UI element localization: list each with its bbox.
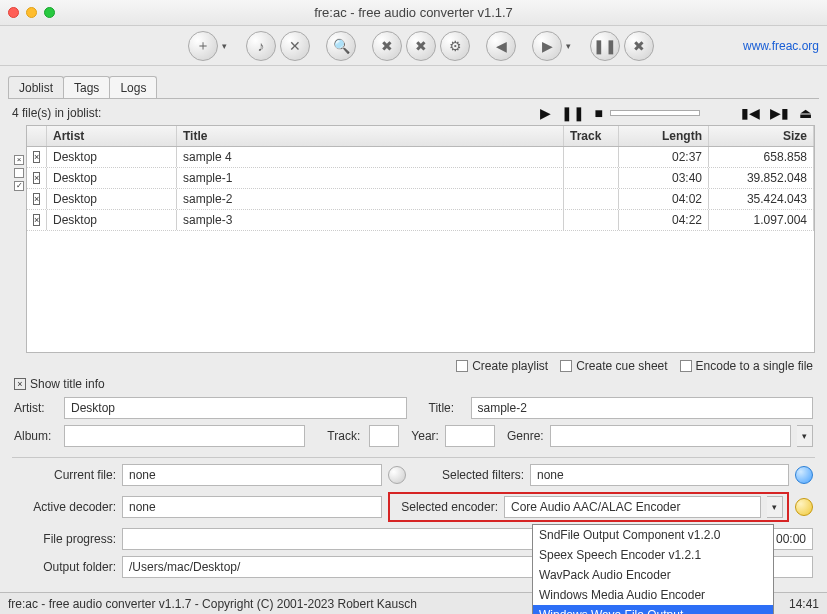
- settings-icon[interactable]: ⚙: [440, 31, 470, 61]
- player-seek-slider[interactable]: [610, 110, 700, 116]
- player-prev-icon[interactable]: ▮◀: [738, 105, 763, 121]
- statusbar-clock: 14:41: [777, 597, 819, 611]
- selected-filters-field: [530, 464, 789, 486]
- col-title[interactable]: Title: [177, 126, 564, 146]
- cell-length: 04:02: [619, 189, 709, 209]
- create-playlist-checkbox[interactable]: [456, 360, 468, 372]
- window-title: fre:ac - free audio converter v1.1.7: [0, 5, 827, 20]
- table-row[interactable]: ×Desktopsample-103:4039.852.048: [27, 168, 814, 189]
- encode-single-label: Encode to a single file: [696, 359, 813, 373]
- tab-tags[interactable]: Tags: [63, 76, 110, 98]
- show-title-info-toggle[interactable]: ×: [14, 378, 26, 390]
- selected-encoder-field[interactable]: [504, 496, 761, 518]
- table-row[interactable]: ×Desktopsample-204:0235.424.043: [27, 189, 814, 210]
- cell-track: [564, 168, 619, 188]
- show-title-info-label: Show title info: [30, 377, 105, 391]
- year-label: Year:: [411, 429, 439, 443]
- encoder-settings-icon[interactable]: [795, 498, 813, 516]
- table-row[interactable]: ×Desktopsample-304:221.097.004: [27, 210, 814, 231]
- cell-title: sample-3: [177, 210, 564, 230]
- create-cue-label: Create cue sheet: [576, 359, 667, 373]
- col-length[interactable]: Length: [619, 126, 709, 146]
- cddb-lookup-icon[interactable]: 🔍: [326, 31, 356, 61]
- artist-field[interactable]: [64, 397, 407, 419]
- artist-label: Artist:: [14, 401, 58, 415]
- create-playlist-label: Create playlist: [472, 359, 548, 373]
- row-checkbox[interactable]: ×: [33, 214, 40, 226]
- col-track[interactable]: Track: [564, 126, 619, 146]
- cell-length: 03:40: [619, 168, 709, 188]
- toolbar: ＋▾ ♪ ✕ 🔍 ✖ ✖ ⚙ ◀ ▶▾ ❚❚ ✖ www.freac.org: [0, 26, 827, 66]
- player-stop-icon[interactable]: ■: [592, 105, 606, 121]
- back-icon[interactable]: ◀: [486, 31, 516, 61]
- joblist-check-row2[interactable]: ✓: [14, 181, 24, 191]
- title-label: Title:: [429, 401, 465, 415]
- genre-field[interactable]: [550, 425, 791, 447]
- cell-title: sample-1: [177, 168, 564, 188]
- active-decoder-label: Active decoder:: [14, 500, 116, 514]
- selected-encoder-dropdown-icon[interactable]: ▾: [767, 496, 783, 518]
- col-artist[interactable]: Artist: [47, 126, 177, 146]
- encoder-option[interactable]: Windows Media Audio Encoder: [533, 585, 773, 605]
- player-play-icon[interactable]: ▶: [537, 105, 554, 121]
- cell-track: [564, 147, 619, 167]
- convert-dropdown-icon[interactable]: ▾: [566, 41, 574, 51]
- joblist-check-all[interactable]: ×: [14, 155, 24, 165]
- joblist-check-row1[interactable]: [14, 168, 24, 178]
- player-eject-icon[interactable]: ⏏: [796, 105, 815, 121]
- titlebar: fre:ac - free audio converter v1.1.7: [0, 0, 827, 26]
- encoder-option-selected[interactable]: Windows Wave File Output: [533, 605, 773, 614]
- playlist-icon[interactable]: ♪: [246, 31, 276, 61]
- encoder-option[interactable]: Speex Speech Encoder v1.2.1: [533, 545, 773, 565]
- filters-info-icon[interactable]: [795, 466, 813, 484]
- joblist-summary: 4 file(s) in joblist:: [12, 106, 101, 120]
- statusbar-text: fre:ac - free audio converter v1.1.7 - C…: [8, 597, 417, 611]
- file-progress-label: File progress:: [14, 532, 116, 546]
- row-checkbox[interactable]: ×: [33, 193, 40, 205]
- stop-convert-icon[interactable]: ✖: [624, 31, 654, 61]
- pause-icon[interactable]: ❚❚: [590, 31, 620, 61]
- toggle-2-icon[interactable]: ✖: [406, 31, 436, 61]
- genre-dropdown-icon[interactable]: ▾: [797, 425, 813, 447]
- cell-title: sample 4: [177, 147, 564, 167]
- cell-track: [564, 189, 619, 209]
- year-field[interactable]: [445, 425, 495, 447]
- encoder-dropdown-list[interactable]: SndFile Output Component v1.2.0 Speex Sp…: [532, 524, 774, 614]
- encode-single-checkbox[interactable]: [680, 360, 692, 372]
- cell-artist: Desktop: [47, 189, 177, 209]
- album-label: Album:: [14, 429, 58, 443]
- active-decoder-field: [122, 496, 382, 518]
- tab-joblist[interactable]: Joblist: [8, 76, 64, 98]
- row-checkbox[interactable]: ×: [33, 172, 40, 184]
- track-field[interactable]: [369, 425, 399, 447]
- player-next-icon[interactable]: ▶▮: [767, 105, 792, 121]
- cell-size: 35.424.043: [709, 189, 814, 209]
- add-files-icon[interactable]: ＋: [188, 31, 218, 61]
- toggle-1-icon[interactable]: ✖: [372, 31, 402, 61]
- current-file-field: [122, 464, 382, 486]
- col-size[interactable]: Size: [709, 126, 814, 146]
- cell-length: 04:22: [619, 210, 709, 230]
- encoder-option[interactable]: WavPack Audio Encoder: [533, 565, 773, 585]
- create-cue-checkbox[interactable]: [560, 360, 572, 372]
- output-folder-label: Output folder:: [14, 560, 116, 574]
- selected-encoder-highlight: Selected encoder: ▾: [388, 492, 789, 522]
- player-pause-icon[interactable]: ❚❚: [558, 105, 588, 121]
- album-field[interactable]: [64, 425, 305, 447]
- cell-track: [564, 210, 619, 230]
- clear-list-icon[interactable]: ✕: [280, 31, 310, 61]
- cell-size: 39.852.048: [709, 168, 814, 188]
- encoder-option[interactable]: SndFile Output Component v1.2.0: [533, 525, 773, 545]
- title-field[interactable]: [471, 397, 814, 419]
- website-link[interactable]: www.freac.org: [743, 39, 819, 53]
- convert-play-icon[interactable]: ▶: [532, 31, 562, 61]
- genre-label: Genre:: [507, 429, 544, 443]
- selected-filters-label: Selected filters:: [420, 468, 524, 482]
- tab-logs[interactable]: Logs: [109, 76, 157, 98]
- table-row[interactable]: ×Desktopsample 402:37658.858: [27, 147, 814, 168]
- repeat-icon[interactable]: [388, 466, 406, 484]
- tabs-bar: Joblist Tags Logs: [0, 72, 827, 98]
- add-files-dropdown-icon[interactable]: ▾: [222, 41, 230, 51]
- cell-length: 02:37: [619, 147, 709, 167]
- row-checkbox[interactable]: ×: [33, 151, 40, 163]
